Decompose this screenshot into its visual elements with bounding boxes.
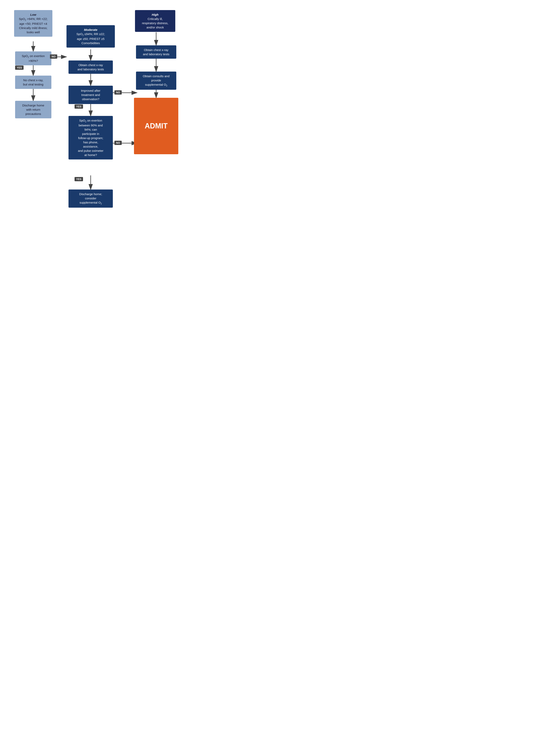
obtain-consults-box: Obtain consults andprovidesupplemental O… [136, 72, 176, 90]
moderate-title: Moderate [84, 28, 98, 31]
yes-label-2: YES [75, 104, 83, 109]
no-label-3: NO [115, 141, 122, 145]
admit-text: ADMIT [145, 121, 168, 131]
no-chest-xray-box: No chest x-ray,but viral testing [15, 76, 51, 89]
yes-label-1: YES [15, 66, 24, 70]
discharge-home-supplemental-box: Discharge home;considersupplemental O2 [69, 190, 113, 208]
moderate-box: Moderate SpO2 ≤94%; RR ≥22;age ≥50; PRIE… [67, 25, 115, 48]
improved-after-box: Improved aftertreatment andobservation? [69, 86, 113, 104]
admit-box: ADMIT [134, 98, 178, 154]
obtain-xray-middle-box: Obtain chest x-rayand laboratory tests [69, 60, 113, 74]
yes-label-3: YES [75, 177, 83, 181]
no-label-1: NO [50, 54, 57, 59]
spo2-between-box: SpO2 on exertionbetween 90% and94%; canp… [69, 116, 113, 159]
high-box: High Critically ill,respiratory distress… [135, 10, 175, 32]
high-title: High [152, 13, 158, 16]
no-label-2: NO [115, 90, 122, 95]
low-box: Low SpO2 >94%; RR <22;age <50; PRIEST <4… [14, 10, 52, 37]
low-title: Low [30, 13, 36, 16]
discharge-home-precautions-box: Discharge homewith returnprecautions [15, 101, 51, 118]
spo2-exertion-left-box: SpO2 on exertion>90%? [15, 51, 51, 65]
obtain-xray-right-box: Obtain chest x-rayand laboratory tests [136, 45, 176, 59]
